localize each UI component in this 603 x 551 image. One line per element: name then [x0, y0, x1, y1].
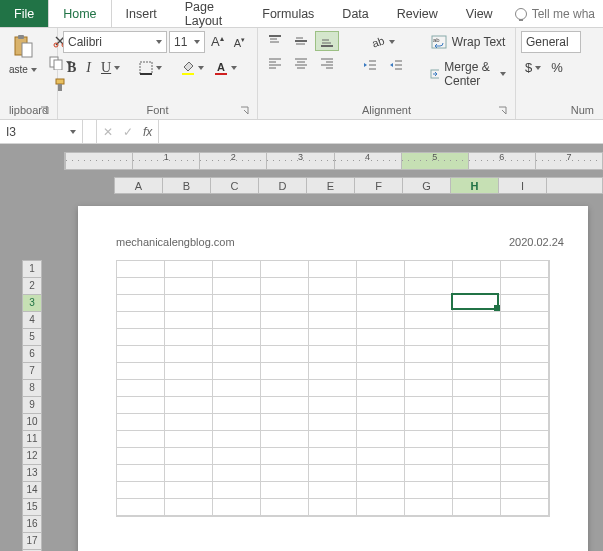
cell[interactable]: [453, 448, 501, 465]
row-header-1[interactable]: 1: [23, 261, 41, 278]
align-top-button[interactable]: [263, 31, 287, 51]
cell[interactable]: [309, 329, 357, 346]
cell[interactable]: [453, 329, 501, 346]
cell[interactable]: [117, 380, 165, 397]
cell[interactable]: [309, 499, 357, 516]
cell[interactable]: [453, 363, 501, 380]
cell[interactable]: [453, 397, 501, 414]
column-header-F[interactable]: F: [355, 178, 403, 193]
align-left-button[interactable]: [263, 53, 287, 73]
cell[interactable]: [261, 295, 309, 312]
cell[interactable]: [213, 278, 261, 295]
cell[interactable]: [357, 363, 405, 380]
tell-me-search[interactable]: Tell me wha: [507, 0, 603, 27]
cell[interactable]: [501, 278, 549, 295]
cell[interactable]: [309, 295, 357, 312]
cell[interactable]: [405, 380, 453, 397]
row-header-15[interactable]: 15: [23, 499, 41, 516]
cell[interactable]: [213, 363, 261, 380]
cell[interactable]: [453, 414, 501, 431]
percent-format-button[interactable]: %: [547, 57, 567, 78]
tab-review[interactable]: Review: [383, 0, 452, 27]
row-header-17[interactable]: 17: [23, 533, 41, 550]
cell[interactable]: [501, 312, 549, 329]
cell[interactable]: [357, 465, 405, 482]
cell[interactable]: [309, 414, 357, 431]
cell[interactable]: [165, 397, 213, 414]
tab-view[interactable]: View: [452, 0, 507, 27]
paste-button[interactable]: [9, 31, 37, 61]
tab-home[interactable]: Home: [48, 0, 111, 27]
cell[interactable]: [117, 278, 165, 295]
cell[interactable]: [405, 363, 453, 380]
align-bottom-button[interactable]: [315, 31, 339, 51]
column-header-E[interactable]: E: [307, 178, 355, 193]
cell[interactable]: [405, 278, 453, 295]
italic-button[interactable]: I: [82, 57, 95, 79]
cell[interactable]: [213, 329, 261, 346]
cell[interactable]: [261, 346, 309, 363]
cell[interactable]: [213, 431, 261, 448]
increase-indent-button[interactable]: [384, 55, 408, 75]
cell[interactable]: [453, 346, 501, 363]
cell[interactable]: [309, 261, 357, 278]
cell[interactable]: [261, 431, 309, 448]
cell[interactable]: [501, 329, 549, 346]
cell[interactable]: [501, 448, 549, 465]
row-header-11[interactable]: 11: [23, 431, 41, 448]
cell[interactable]: [165, 346, 213, 363]
cell[interactable]: [501, 499, 549, 516]
cell[interactable]: [165, 312, 213, 329]
row-header-14[interactable]: 14: [23, 482, 41, 499]
cell[interactable]: [357, 329, 405, 346]
font-name-select[interactable]: Calibri: [63, 31, 167, 53]
tab-formulas[interactable]: Formulas: [248, 0, 328, 27]
cell[interactable]: [453, 312, 501, 329]
cell[interactable]: [165, 448, 213, 465]
cell[interactable]: [165, 482, 213, 499]
cell[interactable]: [453, 499, 501, 516]
cell[interactable]: [453, 431, 501, 448]
cell[interactable]: [357, 295, 405, 312]
decrease-font-button[interactable]: A▾: [230, 33, 249, 52]
row-header-6[interactable]: 6: [23, 346, 41, 363]
cell[interactable]: [453, 465, 501, 482]
cell[interactable]: [261, 278, 309, 295]
cell[interactable]: [261, 380, 309, 397]
tab-data[interactable]: Data: [328, 0, 382, 27]
tab-page-layout[interactable]: Page Layout: [171, 0, 249, 27]
cell[interactable]: [213, 465, 261, 482]
cell[interactable]: [309, 465, 357, 482]
cell[interactable]: [405, 465, 453, 482]
decrease-indent-button[interactable]: [358, 55, 382, 75]
merge-center-button[interactable]: Merge & Center: [426, 57, 510, 91]
cell[interactable]: [165, 465, 213, 482]
column-header-D[interactable]: D: [259, 178, 307, 193]
cell[interactable]: [165, 431, 213, 448]
cell[interactable]: [213, 312, 261, 329]
cell[interactable]: [309, 482, 357, 499]
cell[interactable]: [309, 431, 357, 448]
cell[interactable]: [165, 295, 213, 312]
cell[interactable]: [165, 278, 213, 295]
row-header-16[interactable]: 16: [23, 516, 41, 533]
cell[interactable]: [453, 380, 501, 397]
cell[interactable]: [309, 448, 357, 465]
cell[interactable]: [117, 431, 165, 448]
row-header-7[interactable]: 7: [23, 363, 41, 380]
cell[interactable]: [213, 499, 261, 516]
cell[interactable]: [117, 482, 165, 499]
cell[interactable]: [357, 380, 405, 397]
cell[interactable]: [213, 346, 261, 363]
cell[interactable]: [117, 397, 165, 414]
row-header-2[interactable]: 2: [23, 278, 41, 295]
cell[interactable]: [501, 363, 549, 380]
paste-dropdown[interactable]: aste: [5, 63, 41, 76]
cell[interactable]: [453, 482, 501, 499]
cell[interactable]: [261, 482, 309, 499]
cell[interactable]: [261, 312, 309, 329]
cell[interactable]: [309, 397, 357, 414]
cell[interactable]: [165, 363, 213, 380]
row-header-13[interactable]: 13: [23, 465, 41, 482]
name-box[interactable]: I3: [0, 120, 83, 143]
